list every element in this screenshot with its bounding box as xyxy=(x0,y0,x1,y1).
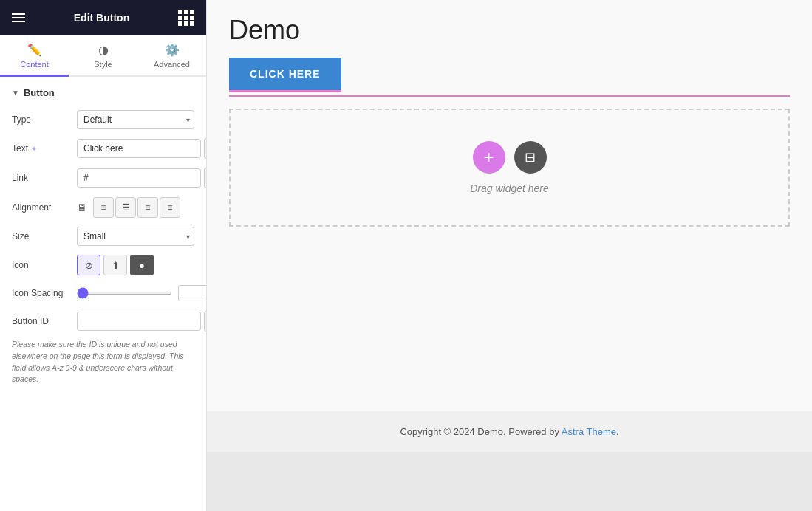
section-arrow-icon: ▼ xyxy=(12,89,19,97)
left-panel: Edit Button ✏️ Content ◑ Style ⚙️ Advanc… xyxy=(0,0,207,511)
size-row: Size Small Medium Large ▾ xyxy=(0,222,206,250)
size-select-wrapper: Small Medium Large ▾ xyxy=(77,227,194,246)
link-control: ⚙ ≡ xyxy=(77,168,207,188)
right-panel: Demo CLICK HERE + ⊟ Drag widget here Cop… xyxy=(207,0,812,511)
tab-style-label: Style xyxy=(94,60,112,69)
size-select[interactable]: Small Medium Large xyxy=(77,227,194,246)
grid-menu-icon[interactable] xyxy=(178,10,194,26)
panel-title: Edit Button xyxy=(74,12,129,24)
drag-widget-buttons: + ⊟ xyxy=(473,141,547,174)
type-control: Default Info Success Warning Danger ▾ xyxy=(77,110,194,129)
page-content: Demo CLICK HERE + ⊟ Drag widget here xyxy=(207,0,812,411)
icon-label: Icon xyxy=(12,260,71,270)
alignment-control: 🖥 ≡ ☰ ≡ ≡ xyxy=(77,197,194,218)
section-label: Button xyxy=(24,87,55,98)
page-footer: Copyright © 2024 Demo. Powered by Astra … xyxy=(207,411,812,452)
drag-widget-button[interactable]: ⊟ xyxy=(514,141,547,174)
text-label: Text ✦ xyxy=(12,143,71,154)
drag-widget-text: Drag widget here xyxy=(470,182,549,194)
tab-style[interactable]: ◑ Style xyxy=(69,35,137,77)
link-input-row: ⚙ ≡ xyxy=(77,168,207,188)
alignment-buttons: ≡ ☰ ≡ ≡ xyxy=(93,197,180,218)
alignment-label: Alignment xyxy=(12,202,71,213)
footer-link[interactable]: Astra Theme xyxy=(562,426,616,437)
alignment-row: Alignment 🖥 ≡ ☰ ≡ ≡ xyxy=(0,193,206,222)
button-container: CLICK HERE xyxy=(229,58,341,92)
icon-circle-btn[interactable]: ● xyxy=(130,255,154,275)
align-right-btn[interactable]: ≡ xyxy=(137,197,158,218)
content-tab-icon: ✏️ xyxy=(27,43,42,57)
footer-suffix: . xyxy=(616,426,619,437)
icon-none-btn[interactable]: ⊘ xyxy=(77,255,100,275)
type-select-wrapper: Default Info Success Warning Danger ▾ xyxy=(77,110,194,129)
type-label: Type xyxy=(12,114,71,125)
type-row: Type Default Info Success Warning Danger… xyxy=(0,106,206,134)
button-id-input[interactable] xyxy=(77,312,201,331)
button-id-label: Button ID xyxy=(12,316,71,326)
drag-add-button[interactable]: + xyxy=(473,141,505,174)
bottom-gray-area xyxy=(207,452,812,511)
tab-advanced[interactable]: ⚙️ Advanced xyxy=(137,35,206,77)
icon-upload-btn[interactable]: ⬆ xyxy=(103,255,127,275)
link-input[interactable] xyxy=(77,168,201,188)
type-select[interactable]: Default Info Success Warning Danger xyxy=(77,110,194,129)
icon-row: Icon ⊘ ⬆ ● xyxy=(0,250,206,280)
text-control: ≡ xyxy=(77,138,207,159)
drag-widget-area[interactable]: + ⊟ Drag widget here xyxy=(229,109,790,227)
icon-spacing-control xyxy=(77,285,207,301)
text-input[interactable] xyxy=(77,139,201,158)
button-id-input-wrap: ≡ xyxy=(77,311,207,332)
size-label: Size xyxy=(12,231,71,241)
text-row: Text ✦ ≡ xyxy=(0,134,206,163)
icon-spacing-row: Icon Spacing xyxy=(0,280,206,306)
page-title: Demo xyxy=(229,15,790,46)
device-icon: 🖥 xyxy=(77,202,87,213)
selection-line xyxy=(229,95,790,97)
size-control: Small Medium Large ▾ xyxy=(77,227,194,246)
tab-advanced-label: Advanced xyxy=(154,60,190,69)
icon-spacing-value-input[interactable] xyxy=(178,285,207,301)
link-row: Link ⚙ ≡ xyxy=(0,163,206,193)
tab-content[interactable]: ✏️ Content xyxy=(0,35,69,77)
button-id-row: Button ID ≡ xyxy=(0,306,206,336)
icon-option-buttons: ⊘ ⬆ ● xyxy=(77,255,154,275)
footer-text: Copyright © 2024 Demo. Powered by xyxy=(400,426,561,437)
icon-spacing-slider-control xyxy=(77,285,207,301)
click-here-button[interactable]: CLICK HERE xyxy=(229,58,341,90)
align-center-btn[interactable]: ☰ xyxy=(115,197,136,218)
hamburger-menu-icon[interactable] xyxy=(12,13,25,22)
panel-tabs: ✏️ Content ◑ Style ⚙️ Advanced xyxy=(0,35,206,77)
link-label: Link xyxy=(12,173,71,183)
top-bar: Edit Button xyxy=(0,0,206,35)
dynamic-tag-icon: ✦ xyxy=(31,145,37,153)
align-justify-btn[interactable]: ≡ xyxy=(160,197,180,218)
icon-spacing-slider[interactable] xyxy=(77,292,172,295)
icon-control: ⊘ ⬆ ● xyxy=(77,255,194,275)
button-section-header[interactable]: ▼ Button xyxy=(0,77,206,106)
button-id-notice: Please make sure the ID is unique and no… xyxy=(0,336,206,393)
advanced-tab-icon: ⚙️ xyxy=(165,43,180,57)
icon-spacing-label: Icon Spacing xyxy=(12,288,71,298)
tab-content-label: Content xyxy=(20,60,49,69)
style-tab-icon: ◑ xyxy=(98,43,109,57)
align-left-btn[interactable]: ≡ xyxy=(93,197,114,218)
